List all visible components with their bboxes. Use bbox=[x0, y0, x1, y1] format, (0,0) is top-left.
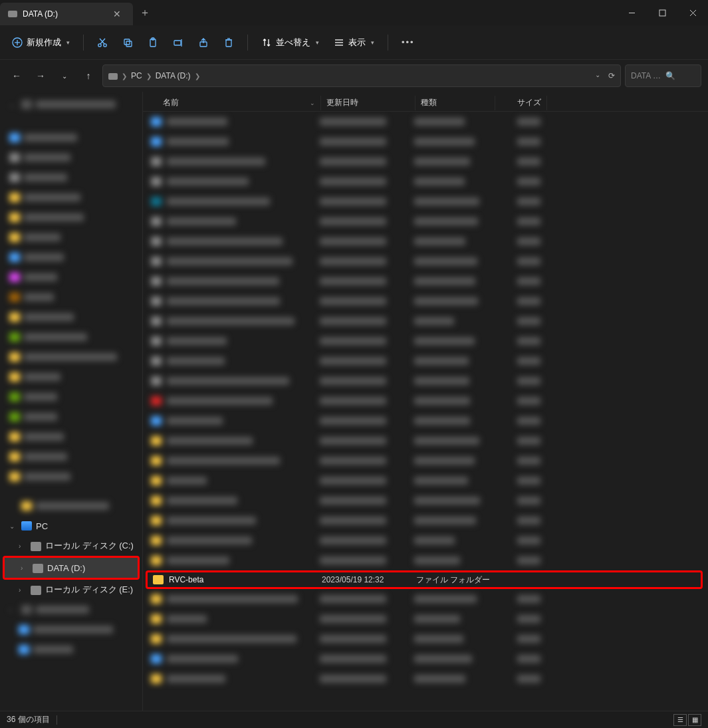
sidebar-item-blurred[interactable] bbox=[0, 620, 142, 640]
file-row-blurred[interactable] bbox=[143, 112, 708, 132]
sidebar-item-blurred[interactable] bbox=[0, 327, 142, 347]
file-row-blurred[interactable] bbox=[143, 411, 708, 431]
up-button[interactable]: ↑ bbox=[78, 66, 98, 86]
sidebar-item-blurred[interactable] bbox=[0, 187, 142, 207]
sidebar-item-blurred[interactable] bbox=[0, 427, 142, 447]
file-row-blurred[interactable] bbox=[143, 251, 708, 271]
tab-current[interactable]: DATA (D:) ✕ bbox=[0, 3, 133, 25]
sidebar-item-drive-d[interactable]: ›DATA (D:) bbox=[5, 558, 138, 578]
svg-point-7 bbox=[98, 43, 101, 46]
column-type[interactable]: 種類 bbox=[415, 96, 495, 110]
search-placeholder: DATA (D:)... bbox=[631, 71, 661, 80]
sidebar-item-blurred[interactable] bbox=[0, 148, 142, 168]
column-headers: 名前⌄ 更新日時 種類 サイズ bbox=[143, 92, 708, 112]
address-bar[interactable]: ❯ PC ❯ DATA (D:) ❯ ⌄ ⟳ bbox=[102, 64, 621, 87]
close-button[interactable] bbox=[677, 0, 708, 25]
file-row-blurred[interactable] bbox=[143, 511, 708, 531]
sidebar-item-blurred[interactable] bbox=[0, 287, 142, 307]
file-row-blurred[interactable] bbox=[143, 172, 708, 191]
rename-button[interactable] bbox=[168, 33, 189, 52]
search-input[interactable]: DATA (D:)... 🔍 bbox=[625, 64, 701, 87]
file-row-blurred[interactable] bbox=[143, 609, 708, 629]
sidebar-item-drive-c[interactable]: ›ローカル ディスク (C:) bbox=[0, 536, 142, 556]
share-button[interactable] bbox=[193, 33, 214, 52]
file-row-blurred[interactable] bbox=[143, 132, 708, 152]
breadcrumb-separator-icon: ❯ bbox=[122, 72, 127, 80]
sort-button[interactable]: 並べ替え ▾ bbox=[256, 33, 324, 53]
sidebar-item-drive-e[interactable]: ›ローカル ディスク (E:) bbox=[0, 580, 142, 600]
sidebar-item-blurred[interactable] bbox=[0, 307, 142, 327]
sidebar-item-blurred[interactable] bbox=[0, 447, 142, 467]
file-row-blurred[interactable] bbox=[143, 331, 708, 351]
tab-close-icon[interactable]: ✕ bbox=[109, 7, 125, 21]
file-row-blurred[interactable] bbox=[143, 649, 708, 669]
address-dropdown-icon[interactable]: ⌄ bbox=[595, 71, 600, 80]
view-button[interactable]: 表示 ▾ bbox=[328, 33, 380, 53]
refresh-icon[interactable]: ⟳ bbox=[608, 71, 615, 80]
sidebar-item-blurred[interactable] bbox=[0, 367, 142, 387]
file-row-blurred[interactable] bbox=[143, 471, 708, 491]
more-button[interactable]: ••• bbox=[396, 37, 420, 47]
sidebar-item-blurred[interactable] bbox=[0, 247, 142, 267]
recent-button[interactable]: ⌄ bbox=[55, 66, 74, 86]
file-row-blurred[interactable] bbox=[143, 451, 708, 471]
sidebar-item-blurred[interactable] bbox=[0, 128, 142, 148]
file-row-blurred[interactable] bbox=[143, 271, 708, 291]
file-row-blurred[interactable] bbox=[143, 211, 708, 231]
svg-rect-1 bbox=[659, 10, 665, 16]
sidebar-item-blurred[interactable]: › bbox=[0, 600, 142, 620]
sidebar-drive-d-label: DATA (D:) bbox=[47, 563, 85, 573]
sidebar-item-blurred[interactable] bbox=[0, 496, 142, 516]
file-row-blurred[interactable] bbox=[143, 589, 708, 609]
view-details-button[interactable]: ☰ bbox=[673, 714, 687, 726]
new-tab-button[interactable]: ＋ bbox=[133, 0, 157, 25]
sidebar-pc-label: PC bbox=[36, 521, 48, 531]
file-row-blurred[interactable] bbox=[143, 391, 708, 411]
copy-button[interactable] bbox=[117, 33, 138, 52]
drive-icon bbox=[8, 11, 17, 17]
breadcrumb-drive[interactable]: DATA (D:) bbox=[156, 71, 191, 80]
column-name[interactable]: 名前⌄ bbox=[143, 96, 321, 110]
file-row-rvc-beta[interactable]: RVC-beta 2023/05/19 12:32 ファイル フォルダー bbox=[146, 570, 703, 589]
new-button[interactable]: 新規作成 ▾ bbox=[7, 33, 75, 53]
back-button[interactable]: ← bbox=[7, 66, 27, 86]
file-date: 2023/05/19 12:32 bbox=[322, 575, 416, 584]
file-row-blurred[interactable] bbox=[143, 311, 708, 331]
maximize-button[interactable] bbox=[647, 0, 677, 25]
file-row-blurred[interactable] bbox=[143, 491, 708, 511]
sidebar-item-blurred[interactable] bbox=[0, 467, 142, 487]
paste-button[interactable] bbox=[142, 33, 164, 52]
file-row-blurred[interactable] bbox=[143, 431, 708, 451]
sidebar-item-pc[interactable]: ⌄PC bbox=[0, 516, 142, 536]
sidebar-item-blurred[interactable] bbox=[0, 407, 142, 427]
column-size[interactable]: サイズ bbox=[495, 96, 547, 110]
view-icons-button[interactable]: ▦ bbox=[688, 714, 701, 726]
file-row-blurred[interactable] bbox=[143, 371, 708, 391]
column-date[interactable]: 更新日時 bbox=[321, 96, 415, 110]
delete-button[interactable] bbox=[218, 33, 239, 52]
cut-button[interactable] bbox=[92, 33, 113, 52]
file-row-blurred[interactable] bbox=[143, 291, 708, 311]
sidebar-item-blurred[interactable] bbox=[0, 207, 142, 227]
file-row-blurred[interactable] bbox=[143, 191, 708, 211]
file-row-blurred[interactable] bbox=[143, 231, 708, 251]
sidebar-item-blurred[interactable] bbox=[0, 387, 142, 407]
sidebar-item-blurred[interactable] bbox=[0, 267, 142, 287]
file-row-blurred[interactable] bbox=[143, 550, 708, 570]
forward-button[interactable]: → bbox=[31, 66, 51, 86]
file-row-blurred[interactable] bbox=[143, 669, 708, 689]
file-row-blurred[interactable] bbox=[143, 351, 708, 371]
folder-icon bbox=[153, 575, 164, 584]
minimize-button[interactable] bbox=[616, 0, 647, 25]
sidebar-item-blurred[interactable] bbox=[0, 347, 142, 367]
file-type: ファイル フォルダー bbox=[416, 574, 496, 586]
file-row-blurred[interactable] bbox=[143, 629, 708, 649]
sidebar-item-blurred[interactable] bbox=[0, 640, 142, 660]
file-row-blurred[interactable] bbox=[143, 531, 708, 550]
sidebar-item-blurred[interactable] bbox=[0, 227, 142, 247]
sidebar-item-blurred[interactable]: ⌄ bbox=[0, 94, 142, 114]
svg-rect-12 bbox=[126, 41, 132, 47]
breadcrumb-pc[interactable]: PC bbox=[131, 71, 142, 80]
file-row-blurred[interactable] bbox=[143, 152, 708, 172]
sidebar-item-blurred[interactable] bbox=[0, 168, 142, 187]
